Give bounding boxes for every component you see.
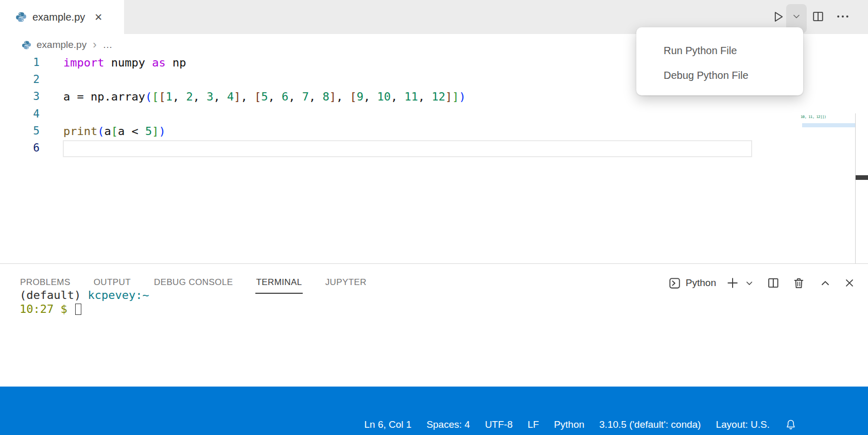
code-token: (default)	[20, 289, 88, 302]
notifications-bell-button[interactable]	[785, 419, 797, 431]
terminal-output[interactable]: (default) kcpevey:~10:27 $	[20, 288, 149, 316]
code-token: ]	[152, 125, 159, 138]
line-number[interactable]: 5	[0, 123, 40, 140]
minimap-line-fragment: 10, 11, 12]])	[801, 115, 826, 119]
plus-icon	[725, 276, 740, 290]
line-number[interactable]: 3	[0, 88, 40, 105]
status-item-utf-8[interactable]: UTF-8	[485, 419, 513, 430]
status-item-spaces-4[interactable]: Spaces: 4	[426, 419, 470, 430]
run-dropdown-button[interactable]	[789, 9, 804, 24]
code-token: 5	[261, 90, 268, 103]
line-number[interactable]: 6	[0, 140, 40, 157]
split-editor-button[interactable]	[810, 9, 826, 24]
close-panel-button[interactable]	[843, 276, 856, 290]
status-bar: Ln 6, Col 1Spaces: 4UTF-8LFPython3.10.5 …	[0, 387, 868, 435]
code-token: as	[152, 56, 166, 69]
split-editor-icon	[811, 9, 825, 24]
menu-item-run-python-file[interactable]: Run Python File	[636, 38, 803, 63]
tab-example-py[interactable]: example.py ✕	[0, 0, 124, 34]
status-item-3-10-5-default-conda[interactable]: 3.10.5 ('default': conda)	[599, 419, 701, 430]
code-token: numpy	[104, 56, 152, 69]
panel-tab-terminal[interactable]: TERMINAL	[255, 264, 302, 294]
code-token: 12	[431, 90, 445, 103]
status-item-python[interactable]: Python	[554, 419, 584, 430]
code-token: ,	[288, 90, 302, 103]
code-line[interactable]	[63, 106, 466, 123]
code-token: a <	[118, 125, 145, 138]
status-row: Ln 6, Col 1Spaces: 4UTF-8LFPython3.10.5 …	[0, 415, 868, 434]
terminal-shell-label[interactable]: Python	[686, 277, 716, 289]
code-token: [	[159, 90, 165, 103]
panel-tab-jupyter[interactable]: JUPYTER	[325, 264, 367, 294]
code-token: 10	[377, 90, 391, 103]
code-token: 5	[145, 125, 152, 138]
code-token: kcpevey:~	[88, 289, 149, 302]
breadcrumb-separator: ›	[93, 38, 96, 52]
code-token: ,	[391, 90, 405, 103]
status-item-ln-6-col-1[interactable]: Ln 6, Col 1	[364, 419, 411, 430]
more-actions-button[interactable]	[835, 9, 850, 24]
code-token: a	[104, 125, 111, 138]
code-token: 9	[357, 90, 363, 103]
code-line[interactable]	[63, 140, 466, 157]
editor-code[interactable]: import numpy as npa = np.array([[1, 2, 3…	[63, 54, 466, 157]
code-token: 8	[322, 90, 329, 103]
tab-close-icon[interactable]: ✕	[94, 11, 102, 23]
code-token: print	[63, 125, 97, 138]
code-token: [	[111, 125, 118, 138]
run-dropdown-menu: Run Python FileDebug Python File	[636, 27, 803, 95]
code-token: ,	[309, 90, 323, 103]
kill-terminal-button[interactable]	[792, 276, 806, 290]
new-terminal-button[interactable]	[725, 276, 740, 290]
code-line[interactable]: import numpy as np	[63, 54, 466, 71]
trash-icon	[792, 276, 806, 290]
code-line[interactable]: a = np.array([[1, 2, 3, 4], [5, 6, 7, 8]…	[63, 88, 466, 105]
code-token: import	[63, 56, 104, 69]
ellipsis-icon	[835, 9, 850, 24]
code-token: ]	[329, 90, 336, 103]
code-token: ,	[172, 90, 186, 103]
code-token: 4	[227, 90, 234, 103]
code-token: ]	[445, 90, 452, 103]
bottom-panel: PROBLEMSOUTPUTDEBUG CONSOLETERMINALJUPYT…	[0, 263, 868, 387]
split-terminal-button[interactable]	[766, 276, 780, 290]
panel-tab-debug-console[interactable]: DEBUG CONSOLE	[153, 264, 234, 294]
status-item-lf[interactable]: LF	[528, 419, 539, 430]
code-line[interactable]: print(a[a < 5])	[63, 123, 466, 140]
code-token: 3	[206, 90, 213, 103]
code-token: ,	[336, 90, 350, 103]
breadcrumb-file[interactable]: example.py	[37, 39, 86, 51]
terminal-icon	[668, 276, 682, 290]
menu-item-debug-python-file[interactable]: Debug Python File	[636, 63, 803, 88]
terminal-cursor	[75, 304, 81, 315]
code-token: 10:27 $	[20, 303, 74, 315]
python-logo-icon	[22, 40, 31, 50]
code-token: (	[145, 90, 152, 103]
chevron-down-icon	[744, 278, 755, 289]
chevron-down-icon	[790, 10, 803, 23]
code-token: a = np.array	[63, 90, 145, 103]
code-token: 1	[166, 90, 172, 103]
code-token: )	[459, 90, 465, 103]
code-token: ,	[363, 90, 377, 103]
line-number[interactable]: 1	[0, 54, 40, 71]
code-token: ,	[193, 90, 207, 103]
split-terminal-icon	[766, 276, 780, 290]
line-number[interactable]: 2	[0, 71, 40, 88]
close-icon	[843, 276, 856, 290]
scrollbar-thumb[interactable]	[856, 175, 868, 180]
status-item-layout-u-s[interactable]: Layout: U.S.	[716, 419, 770, 430]
breadcrumb-symbol-ellipsis[interactable]: …	[103, 39, 113, 51]
code-token: 6	[282, 90, 288, 103]
code-line[interactable]	[63, 71, 466, 88]
line-number[interactable]: 4	[0, 106, 40, 123]
code-token: [	[350, 90, 356, 103]
code-token: ]	[234, 90, 240, 103]
run-button[interactable]	[770, 9, 786, 24]
panel-toolbar: Python	[668, 274, 856, 292]
launch-profile-button[interactable]	[744, 278, 755, 289]
terminal-line: (default) kcpevey:~	[20, 288, 149, 302]
maximize-panel-button[interactable]	[819, 276, 832, 290]
editor-gutter: 123456	[0, 54, 40, 157]
code-token: [	[152, 90, 159, 103]
